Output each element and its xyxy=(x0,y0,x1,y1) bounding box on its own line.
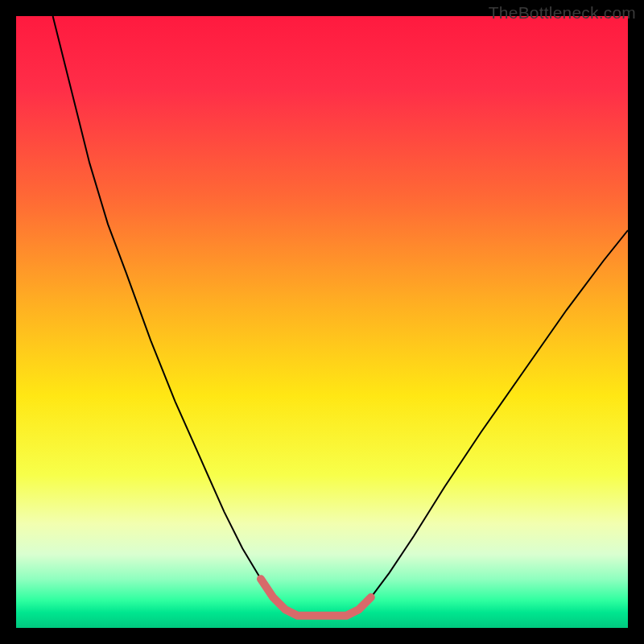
bottleneck-chart xyxy=(16,16,628,628)
chart-frame: TheBottleneck.com xyxy=(0,0,644,644)
gradient-background xyxy=(16,16,628,628)
watermark-text: TheBottleneck.com xyxy=(489,3,636,23)
